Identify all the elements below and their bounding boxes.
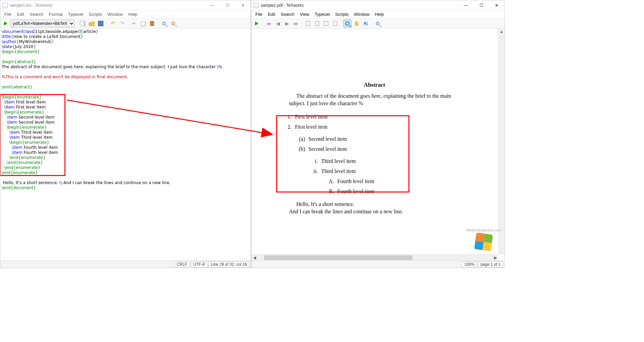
list-item: Second level item [308, 144, 347, 154]
menu-edit[interactable]: Edit [14, 11, 27, 17]
scrollbar-horizontal[interactable]: ◀▶ [251, 254, 498, 260]
body-text: And I can break the lines and continue o… [289, 208, 460, 215]
viewer-statusbar: 100% page 1 of 1 [251, 260, 504, 268]
copy-button[interactable] [139, 19, 147, 28]
next-page-button[interactable]: ▶ [283, 19, 291, 28]
editor-window: sample1.tex - TeXworks — ☐ ✕ File Edit S… [0, 0, 251, 268]
abstract-heading: Abstract [255, 82, 494, 88]
viewer-menubar: File Edit Search View Typeset Scripts Wi… [251, 10, 504, 18]
prev-page-button[interactable]: ◀ [274, 19, 282, 28]
scrollbar-vertical[interactable]: ▲ [498, 29, 504, 254]
editor-statusbar: CRLF UTF-8 Line 29 of 32; col 16 [0, 260, 251, 268]
close-button[interactable]: ✕ [235, 0, 251, 10]
menu-file[interactable]: File [253, 11, 265, 17]
cut-icon: ✂ [132, 21, 136, 26]
cut-button[interactable]: ✂ [130, 19, 138, 28]
open-button[interactable] [88, 19, 96, 28]
menu-window[interactable]: Window [351, 11, 372, 17]
viewer-window: sample1.pdf - TeXworks — ☐ ✕ File Edit S… [251, 0, 505, 268]
undo-button[interactable]: ↶ [109, 19, 117, 28]
menu-format[interactable]: Format [46, 11, 65, 17]
text-select-button[interactable]: A| [361, 19, 369, 28]
find-button[interactable] [374, 19, 382, 28]
replace-button[interactable] [169, 19, 177, 28]
fit-page-button[interactable] [313, 19, 321, 28]
pdf-viewport[interactable]: Abstract The abstract of the document go… [251, 29, 504, 260]
menu-scripts[interactable]: Scripts [333, 11, 351, 17]
fit-page-icon [315, 21, 319, 26]
status-position: Line 29 of 32; col 16 [208, 261, 249, 267]
last-page-button[interactable]: ⏭ [292, 19, 300, 28]
find-button[interactable] [160, 19, 168, 28]
editor-titlebar[interactable]: sample1.tex - TeXworks — ☐ ✕ [0, 0, 251, 10]
source-editor[interactable]: \documentclass[11pt,twoside,a4paper]{art… [0, 29, 251, 260]
menu-search[interactable]: Search [278, 11, 297, 17]
menu-typeset[interactable]: Typeset [65, 11, 86, 17]
redo-button[interactable]: ↷ [118, 19, 126, 28]
list-item: Third level item [321, 156, 356, 166]
list-item: Third level item [321, 166, 356, 176]
fit-width-icon [306, 21, 310, 26]
abstract-text: The abstract of the document goes here, … [289, 92, 460, 107]
enumerate-output: 1.First level item 2.First level item (a… [282, 112, 494, 197]
new-button[interactable] [79, 19, 87, 28]
menu-scripts[interactable]: Scripts [86, 11, 105, 17]
actual-size-button[interactable] [322, 19, 330, 28]
close-button[interactable]: ✕ [489, 0, 504, 10]
menu-typeset[interactable]: Typeset [312, 11, 333, 17]
typeset-button[interactable] [253, 19, 261, 28]
fit-window-button[interactable] [331, 19, 339, 28]
engine-select[interactable]: pdfLaTeX+MakeIndex+BibTeX [11, 20, 75, 27]
menu-help[interactable]: Help [372, 11, 387, 17]
menu-view[interactable]: View [297, 11, 312, 17]
save-icon [98, 21, 103, 26]
editor-title: sample1.tex - TeXworks [10, 3, 52, 8]
list-item: Fourth level item [337, 176, 374, 186]
zoom-tool-button[interactable] [343, 19, 351, 28]
paste-icon [150, 21, 154, 26]
menu-file[interactable]: File [2, 11, 14, 17]
menu-edit[interactable]: Edit [265, 11, 278, 17]
hand-tool-button[interactable]: ✋ [352, 19, 360, 28]
menu-window[interactable]: Window [105, 11, 126, 17]
first-page-icon: ⏮ [266, 21, 271, 26]
watermark: MyWindowsHub.com [466, 228, 501, 250]
paste-button[interactable] [148, 19, 156, 28]
status-page: page 1 of 1 [478, 261, 503, 267]
last-page-icon: ⏭ [294, 21, 298, 26]
status-eol[interactable]: CRLF [175, 261, 190, 267]
list-item: First level item [295, 122, 328, 132]
app-icon [253, 3, 259, 8]
viewer-title: sample1.pdf - TeXworks [261, 3, 304, 8]
list-item: Second level item [308, 134, 347, 144]
viewer-titlebar[interactable]: sample1.pdf - TeXworks — ☐ ✕ [251, 0, 504, 10]
open-icon [89, 21, 94, 26]
play-icon [4, 22, 7, 26]
app-icon [2, 3, 8, 8]
new-icon [80, 21, 85, 26]
status-encoding[interactable]: UTF-8 [191, 261, 207, 267]
list-item: First level item [295, 112, 328, 122]
replace-icon [171, 22, 175, 25]
fit-width-button[interactable] [304, 19, 312, 28]
typeset-button[interactable] [2, 19, 10, 28]
fit-window-icon [333, 21, 337, 26]
save-button[interactable] [97, 19, 105, 28]
viewer-toolbar: ⏮ ◀ ▶ ⏭ ✋ A| [251, 18, 504, 29]
menu-help[interactable]: Help [126, 11, 140, 17]
minimize-button[interactable]: — [458, 0, 474, 10]
text-select-icon: A| [363, 21, 367, 26]
undo-icon: ↶ [111, 21, 115, 26]
menu-search[interactable]: Search [27, 11, 46, 17]
copy-icon [141, 22, 145, 26]
status-zoom[interactable]: 100% [462, 261, 477, 267]
find-icon [376, 22, 379, 25]
body-text: Hello, It's a short sentence. [289, 201, 460, 208]
maximize-button[interactable]: ☐ [220, 0, 235, 10]
minimize-button[interactable]: — [204, 0, 220, 10]
list-item: Fourth level item [337, 186, 374, 197]
maximize-button[interactable]: ☐ [474, 0, 489, 10]
play-icon [255, 22, 258, 26]
first-page-button[interactable]: ⏮ [265, 19, 273, 28]
next-page-icon: ▶ [285, 21, 289, 26]
